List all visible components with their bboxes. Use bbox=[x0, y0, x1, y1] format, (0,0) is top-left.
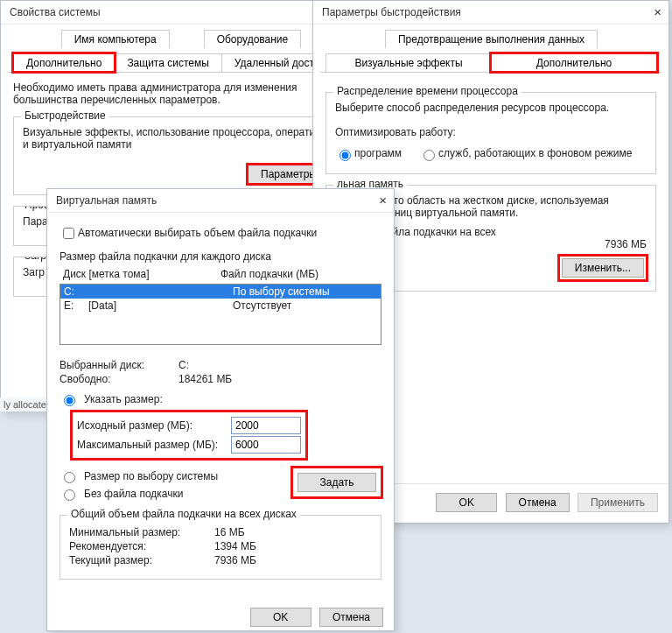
tab-hardware[interactable]: Оборудование bbox=[204, 30, 302, 48]
tabs-row1: Имя компьютера Оборудование bbox=[8, 30, 354, 48]
list-item-e[interactable]: E: [Data] Отсутствует bbox=[60, 299, 381, 313]
perdrive-label: Размер файла подкачки для каждого диска bbox=[60, 250, 382, 263]
radio-system-managed[interactable]: Размер по выбору системы bbox=[60, 469, 287, 483]
radio-custom-size[interactable]: Указать размер: bbox=[60, 392, 382, 406]
sel-drive-lbl: Выбранный диск: bbox=[60, 359, 173, 371]
input-max-size[interactable] bbox=[231, 436, 301, 454]
min-lbl: Минимальный размер: bbox=[69, 526, 209, 538]
close-icon[interactable]: × bbox=[654, 4, 662, 19]
free-val: 184261 МБ bbox=[178, 373, 232, 385]
free-lbl: Свободно: bbox=[60, 373, 173, 385]
list-header: Диск [метка тома] Файл подкачки (МБ) bbox=[60, 266, 382, 280]
titlebar-vm: Виртуальная память × bbox=[47, 189, 394, 213]
window-virtual-memory: Виртуальная память × Автоматически выбир… bbox=[46, 188, 395, 631]
vm-total-value: 7936 МБ bbox=[605, 238, 647, 250]
tab-dep[interactable]: Предотвращение выполнения данных bbox=[385, 30, 598, 48]
label-total: Общий объем файла подкачки на всех диска… bbox=[67, 508, 300, 520]
button-cancel-perf[interactable]: Отмена bbox=[506, 493, 570, 512]
perf-tabs-row2: Визуальные эффекты Дополнительно bbox=[320, 53, 662, 73]
drive-listbox[interactable]: C: По выбору системы E: [Data] Отсутству… bbox=[60, 284, 382, 345]
button-change-vm[interactable]: Изменить... bbox=[562, 258, 644, 278]
group-scheduling: Распределение времени процессора Выберит… bbox=[326, 92, 656, 174]
group-total: Общий объем файла подкачки на всех диска… bbox=[60, 515, 382, 580]
perf-tabs-row1: Предотвращение выполнения данных bbox=[320, 30, 662, 48]
button-ok-perf[interactable]: OK bbox=[436, 493, 497, 512]
title-text-perf: Параметры быстродействия bbox=[322, 6, 461, 18]
button-cancel-vm[interactable]: Отмена bbox=[319, 608, 383, 627]
close-icon-vm[interactable]: × bbox=[379, 193, 387, 207]
cur-val: 7936 МБ bbox=[214, 554, 256, 566]
max-label: Максимальный размер (МБ): bbox=[77, 439, 226, 451]
sched-text: Выберите способ распределения ресурсов п… bbox=[335, 102, 647, 114]
group-performance: Быстродействие Визуальные эффекты, испол… bbox=[13, 116, 348, 195]
col-drive: Диск [метка тома] bbox=[63, 268, 220, 280]
titlebar-sysprops: Свойства системы bbox=[1, 1, 360, 25]
tab-adv-perf[interactable]: Дополнительно bbox=[491, 53, 657, 72]
radio-programs[interactable]: программ bbox=[335, 147, 402, 161]
initial-label: Исходный размер (МБ): bbox=[77, 419, 226, 432]
titlebar-perfopts: Параметры быстродействия × bbox=[313, 1, 668, 25]
button-apply-perf: Применить bbox=[578, 493, 658, 512]
rec-lbl: Рекомендуется: bbox=[69, 540, 209, 552]
tab-advanced[interactable]: Дополнительно bbox=[13, 53, 115, 72]
opt-label: Оптимизировать работу: bbox=[335, 126, 647, 138]
button-ok-vm[interactable]: OK bbox=[250, 608, 312, 627]
title-text-vm: Виртуальная память bbox=[56, 194, 157, 207]
input-initial-size[interactable] bbox=[231, 417, 301, 434]
title-text: Свойства системы bbox=[10, 6, 101, 18]
tab-computer-name[interactable]: Имя компьютера bbox=[61, 30, 170, 48]
radio-services[interactable]: служб, работающих в фоновом режиме bbox=[419, 147, 632, 161]
admin-note: Необходимо иметь права администратора дл… bbox=[13, 81, 348, 106]
label-scheduling: Распределение времени процессора bbox=[333, 85, 522, 97]
tab-visual[interactable]: Визуальные эффекты bbox=[326, 53, 492, 72]
cur-lbl: Текущий размер: bbox=[69, 554, 209, 566]
radio-no-pagefile[interactable]: Без файла подкачки bbox=[60, 487, 287, 501]
checkbox-auto[interactable]: Автоматически выбирать объем файла подка… bbox=[60, 225, 382, 242]
perf-desc: Визуальные эффекты, использование процес… bbox=[23, 126, 339, 151]
min-val: 16 МБ bbox=[214, 526, 245, 538]
button-set[interactable]: Задать bbox=[298, 473, 376, 492]
tab-protection[interactable]: Защита системы bbox=[114, 53, 221, 72]
list-item-c[interactable]: C: По выбору системы bbox=[60, 285, 381, 299]
opt-radio-row: программ служб, работающих в фоновом реж… bbox=[335, 147, 647, 161]
rec-val: 1394 МБ bbox=[214, 540, 256, 552]
tabs-row2: Дополнительно Защита системы Удаленный д… bbox=[8, 53, 354, 73]
sel-drive-val: C: bbox=[178, 359, 189, 371]
col-pf: Файл подкачки (МБ) bbox=[220, 268, 378, 280]
label-performance: Быстродействие bbox=[21, 109, 109, 122]
